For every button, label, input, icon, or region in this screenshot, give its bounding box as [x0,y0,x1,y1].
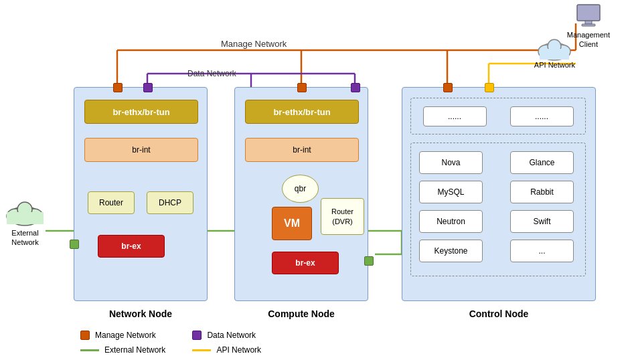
network-node-br-ex: br-ex [98,235,165,258]
legend-manage-icon [80,331,90,340]
control-glance: Glance [510,151,574,174]
compute-node-br-ethx: br-ethx/br-tun [245,100,359,124]
external-network-label: ExternalNetwork [3,228,47,248]
api-network-cloud: API Network [534,37,575,69]
control-node-api-port [485,83,494,92]
external-network-cloud: ExternalNetwork [3,197,47,248]
network-node-router: Router [88,191,135,214]
control-node-box: ...... ...... Nova Glance MySQL Rabbit [402,87,596,301]
compute-node-manage-port [297,83,307,92]
compute-node-label: Compute Node [235,308,368,319]
control-node-manage-port [443,83,453,92]
network-node-label: Network Node [74,308,207,319]
compute-node-vm: VM [272,207,312,240]
compute-node-box: br-ethx/br-tun br-int qbr VM Router (DVR… [234,87,368,301]
legend-data-icon [192,331,202,340]
control-ellipsis: ... [510,240,574,262]
network-node-box: br-ethx/br-tun br-int Router DHCP br-ex … [74,87,208,301]
legend-api-icon [192,349,211,351]
svg-rect-29 [582,24,595,26]
svg-rect-34 [540,49,569,60]
compute-node-br-ex: br-ex [272,252,339,274]
network-node-dhcp: DHCP [147,191,193,214]
compute-node-data-port [351,83,360,92]
legend-manage-network: Manage Network [80,331,165,340]
data-network-title: Data Network [187,69,236,78]
compute-node-external-port [364,256,374,266]
legend-data-network: Data Network [192,331,261,340]
network-node-br-int: br-int [84,138,198,162]
svg-rect-28 [585,21,592,24]
legend-api-network: API Network [192,345,261,355]
legend-col-right: Data Network API Network [192,331,261,355]
control-mysql: MySQL [419,181,483,203]
control-upper-dashed: ...... ...... [410,98,586,134]
legend-external-network: External Network [80,345,165,355]
control-swift: Swift [510,210,574,233]
network-node-external-port [70,240,79,249]
legend-api-label: API Network [216,345,261,355]
legend-data-label: Data Network [207,331,256,340]
manage-network-title: Manage Network [221,39,287,49]
legend-manage-label: Manage Network [95,331,156,340]
svg-rect-39 [7,212,44,224]
legend: Manage Network External Network Data Net… [80,331,261,355]
control-rabbit: Rabbit [510,181,574,203]
compute-node-br-int: br-int [245,138,359,162]
control-dots1: ...... [423,106,487,126]
control-node-label: Control Node [402,308,595,319]
compute-node-qbr: qbr [282,175,319,203]
control-neutron: Neutron [419,210,483,233]
network-node-manage-port [113,83,123,92]
diagram-container: Management Client API Network Manage Net… [0,0,630,364]
legend-external-label: External Network [104,345,165,355]
svg-rect-27 [577,5,600,21]
api-network-label: API Network [534,61,575,69]
legend-external-icon [80,349,99,351]
control-dots2: ...... [510,106,574,126]
control-nova: Nova [419,151,483,174]
legend-col-left: Manage Network External Network [80,331,165,355]
compute-node-dvr: Router (DVR) [321,198,364,235]
control-services-dashed: Nova Glance MySQL Rabbit Neutron Swift [410,143,586,276]
network-node-data-port [143,83,153,92]
network-node-br-ethx: br-ethx/br-tun [84,100,198,124]
control-keystone: Keystone [419,240,483,262]
